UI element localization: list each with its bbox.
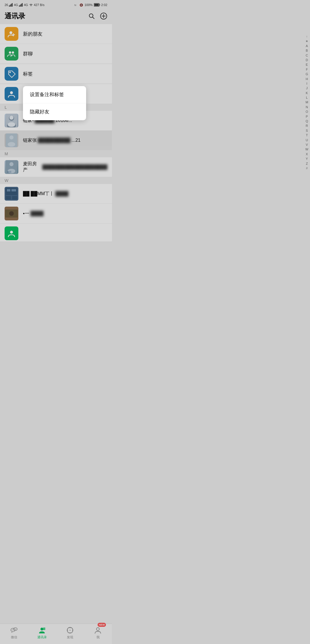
context-menu-overlay[interactable]: 设置备注和标签 隐藏好友 bbox=[0, 0, 112, 265]
context-menu: 设置备注和标签 隐藏好友 bbox=[23, 86, 86, 120]
set-remark-item[interactable]: 设置备注和标签 bbox=[23, 86, 86, 103]
hide-friend-item[interactable]: 隐藏好友 bbox=[23, 103, 86, 120]
